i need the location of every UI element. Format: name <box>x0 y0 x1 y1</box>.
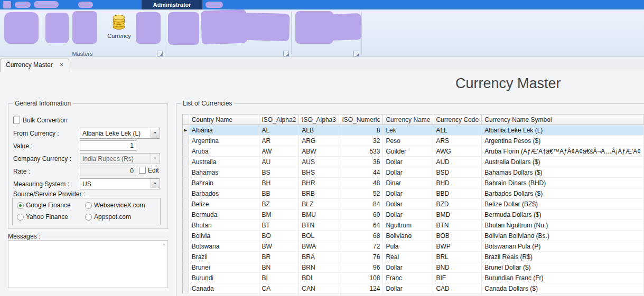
grid-cell[interactable]: Bahrain <box>189 178 259 188</box>
tab-currency-master[interactable]: Currency Master × <box>0 59 69 72</box>
grid-cell[interactable]: Canada Dollars ($) <box>482 283 644 294</box>
grid-cell[interactable]: BI <box>259 273 299 283</box>
grid-cell[interactable]: BMD <box>433 209 482 220</box>
grid-cell[interactable]: 84 <box>339 199 383 209</box>
grid-cell[interactable]: BTN <box>433 220 482 231</box>
grid-cell[interactable]: BHS <box>299 167 339 178</box>
redacted-ribbon-button[interactable] <box>72 11 97 44</box>
grid-cell[interactable]: Dollar <box>383 157 433 167</box>
redacted-ribbon-button[interactable] <box>244 13 290 41</box>
grid-cell[interactable]: AWG <box>433 146 482 157</box>
table-row[interactable]: CanadaCACAN124DollarCADCanada Dollars ($… <box>183 283 644 294</box>
dialog-launcher-icon[interactable]: ◢ <box>157 51 163 56</box>
table-row[interactable]: BurundiBIBDI108FrancBIFBurundian Franc (… <box>183 273 644 283</box>
table-row[interactable]: BahrainBHBHR48DinarBHDBahrain Dinars (BH… <box>183 178 644 188</box>
grid-cell[interactable]: Ngultrum <box>383 220 433 231</box>
grid-cell[interactable]: 52 <box>339 188 383 199</box>
chevron-down-icon[interactable]: ▼ <box>151 179 159 188</box>
grid-cell[interactable]: BS <box>259 167 299 178</box>
grid-cell[interactable]: BIF <box>433 273 482 283</box>
grid-cell[interactable]: BHR <box>299 178 339 188</box>
grid-cell[interactable]: BW <box>259 241 299 252</box>
grid-cell[interactable]: AUS <box>299 157 339 167</box>
grid-cell[interactable]: AW <box>259 146 299 157</box>
redacted-ribbon-button[interactable] <box>168 12 199 45</box>
grid-cell[interactable]: Botswanan Pula (P) <box>482 241 644 252</box>
grid-cell[interactable]: BN <box>259 262 299 273</box>
column-header[interactable]: ISO_Alpha2 <box>259 114 299 125</box>
rate-input[interactable]: 0 <box>80 166 136 176</box>
grid-cell[interactable]: Belize Dollar (BZ$) <box>482 199 644 209</box>
grid-cell[interactable]: BSD <box>433 167 482 178</box>
column-header[interactable]: Currency Code <box>433 114 482 125</box>
table-row[interactable]: BarbadosBBBRB52DollarBBDBarbados Dollars… <box>183 188 644 199</box>
grid-cell[interactable]: Dollar <box>383 262 433 273</box>
table-row[interactable]: BoliviaBOBOL68BolivianoBOBBolivian Boliv… <box>183 231 644 241</box>
grid-cell[interactable]: CA <box>259 283 299 294</box>
grid-cell[interactable]: BND <box>433 262 482 273</box>
grid-cell[interactable]: Canada <box>189 283 259 294</box>
redacted-ribbon-button[interactable] <box>295 11 333 44</box>
grid-cell[interactable]: Barbados Dollars ($) <box>482 188 644 199</box>
close-icon[interactable]: × <box>60 61 63 69</box>
edit-checkbox[interactable] <box>139 167 146 174</box>
grid-cell[interactable]: ABW <box>299 146 339 157</box>
grid-cell[interactable]: Brunei Dollar ($) <box>482 262 644 273</box>
grid-cell[interactable]: AR <box>259 136 299 146</box>
grid-cell[interactable]: Albania Leke Lek (L) <box>482 125 644 136</box>
grid-cell[interactable]: Bahamas Dollars ($) <box>482 167 644 178</box>
column-header[interactable]: Currency Name <box>383 114 433 125</box>
grid-cell[interactable]: Burundian Franc (Fr) <box>482 273 644 283</box>
measuring-system-combo[interactable]: US ▼ <box>80 178 160 189</box>
grid-cell[interactable]: ARS <box>433 136 482 146</box>
grid-cell[interactable]: 72 <box>339 241 383 252</box>
grid-cell[interactable]: 44 <box>339 167 383 178</box>
grid-cell[interactable]: BT <box>259 220 299 231</box>
grid-cell[interactable]: Burundi <box>189 273 259 283</box>
grid-cell[interactable]: Bhutan Ngultrum (Nu.) <box>482 220 644 231</box>
grid-cell[interactable]: Aruba <box>189 146 259 157</box>
grid-cell[interactable]: BOB <box>433 231 482 241</box>
grid-cell[interactable]: BZD <box>433 199 482 209</box>
ribbon-tab-administrator[interactable]: Administrator <box>142 0 202 9</box>
grid-cell[interactable]: BHD <box>433 178 482 188</box>
grid-cell[interactable]: AU <box>259 157 299 167</box>
grid-cell[interactable]: Bahamas <box>189 167 259 178</box>
grid-cell[interactable]: Aruba Florin (ÃƒÆ'Ã†â€™ÃƒÂ¢Ã¢â€šÂ¬Ã…Â¡Ãƒ… <box>482 146 644 157</box>
table-row[interactable]: BrazilBRBRA76RealBRLBrazil Reais (R$) <box>183 252 644 262</box>
redacted-ribbon-button[interactable] <box>136 12 161 44</box>
column-header[interactable]: ISO_Alpha3 <box>299 114 339 125</box>
grid-cell[interactable]: Real <box>383 252 433 262</box>
grid-cell[interactable]: 48 <box>339 178 383 188</box>
grid-cell[interactable]: Bahrain Dinars (BHD) <box>482 178 644 188</box>
grid-cell[interactable]: 76 <box>339 252 383 262</box>
table-row[interactable]: ▶AlbaniaALALB8LekALLAlbania Leke Lek (L) <box>183 125 644 136</box>
grid-cell[interactable]: Lek <box>383 125 433 136</box>
grid-cell[interactable]: BH <box>259 178 299 188</box>
grid-cell[interactable]: BTN <box>299 220 339 231</box>
grid-cell[interactable]: 32 <box>339 136 383 146</box>
grid-cell[interactable]: BRN <box>299 262 339 273</box>
grid-cell[interactable]: Bermuda <box>189 209 259 220</box>
grid-cell[interactable]: Boliviano <box>383 231 433 241</box>
grid-cell[interactable]: Brazil <box>189 252 259 262</box>
table-row[interactable]: BermudaBMBMU60DollarBMDBermuda Dollars (… <box>183 209 644 220</box>
grid-cell[interactable]: Argentina Pesos ($) <box>482 136 644 146</box>
grid-cell[interactable]: BOL <box>299 231 339 241</box>
grid-cell[interactable]: 124 <box>339 283 383 294</box>
grid-cell[interactable]: CAN <box>299 283 339 294</box>
from-currency-combo[interactable]: Albania Leke Lek (L) ▼ <box>80 128 160 139</box>
grid-cell[interactable]: ARG <box>299 136 339 146</box>
chevron-down-icon[interactable]: ▼ <box>151 129 159 138</box>
grid-cell[interactable]: Brunei <box>189 262 259 273</box>
grid-cell[interactable]: Albania <box>189 125 259 136</box>
grid-cell[interactable]: ALL <box>433 125 482 136</box>
grid-cell[interactable]: 533 <box>339 146 383 157</box>
grid-cell[interactable]: Barbados <box>189 188 259 199</box>
grid-cell[interactable]: BMU <box>299 209 339 220</box>
table-row[interactable]: BruneiBNBRN96DollarBNDBrunei Dollar ($) <box>183 262 644 273</box>
radio-google-finance[interactable] <box>17 202 24 209</box>
grid-cell[interactable]: BR <box>259 252 299 262</box>
grid-cell[interactable]: BRL <box>433 252 482 262</box>
grid-cell[interactable]: AUD <box>433 157 482 167</box>
